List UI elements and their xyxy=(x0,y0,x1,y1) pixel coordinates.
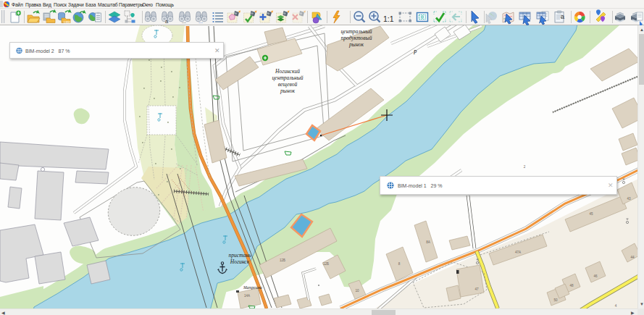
svg-text:43: 43 xyxy=(627,197,631,201)
svg-text:50: 50 xyxy=(553,298,558,302)
svg-text:рынок: рынок xyxy=(280,88,295,94)
svg-text:44: 44 xyxy=(630,256,635,259)
svg-text:a: a xyxy=(561,13,564,20)
svg-text:46: 46 xyxy=(593,274,598,278)
svg-text:Р: Р xyxy=(413,49,417,56)
svg-text:рынок: рынок xyxy=(348,41,364,48)
svg-text:12Б: 12Б xyxy=(280,259,285,262)
svg-text:47: 47 xyxy=(474,287,479,291)
svg-text:8: 8 xyxy=(398,262,401,266)
svg-text:DBM: DBM xyxy=(64,20,70,24)
svg-text:12Б: 12Б xyxy=(323,262,329,266)
svg-text:...: ... xyxy=(182,19,186,24)
svg-text:Матрешка: Матрешка xyxy=(243,285,262,290)
svg-text:2: 2 xyxy=(524,165,526,169)
svg-text:пристань: пристань xyxy=(229,252,252,259)
svg-text:центральный: центральный xyxy=(340,28,372,35)
svg-text:47А: 47А xyxy=(515,251,522,254)
svg-text:вещевой: вещевой xyxy=(278,81,298,88)
svg-text:Ногинск: Ногинск xyxy=(230,259,250,265)
svg-text:Ногинский: Ногинский xyxy=(275,68,300,75)
svg-text:1:1: 1:1 xyxy=(383,14,394,23)
svg-text:14А: 14А xyxy=(244,294,251,298)
svg-text:4: 4 xyxy=(615,304,617,308)
svg-text:...: ... xyxy=(198,19,203,24)
svg-text:продуктовый: продуктовый xyxy=(341,35,372,41)
svg-text:48: 48 xyxy=(569,284,574,287)
svg-text:10: 10 xyxy=(355,289,359,293)
svg-text:45: 45 xyxy=(589,212,593,216)
svg-text:центральный: центральный xyxy=(272,75,303,81)
svg-text:8А: 8А xyxy=(426,240,431,244)
